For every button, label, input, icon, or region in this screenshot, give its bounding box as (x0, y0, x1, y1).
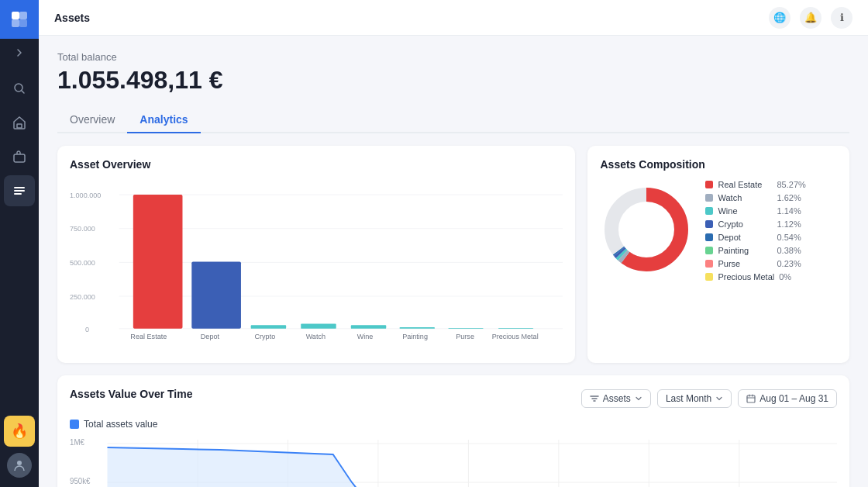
svg-rect-24 (301, 323, 336, 328)
info-icon[interactable]: ℹ (831, 7, 852, 29)
main-content: Assets 🌐 🔔 ℹ Total balance 1.055.498,11 … (39, 0, 868, 487)
legend-label-realestate: Real Estate (718, 180, 772, 189)
chevron-down-icon (635, 395, 642, 402)
chart-legend-label: Total assets value (84, 419, 157, 430)
svg-rect-44 (747, 395, 755, 402)
asset-overview-card: Asset Overview 1.000.000 750.000 500.000… (57, 146, 575, 363)
sidebar: 🔥 (0, 0, 39, 487)
legend-item-wine: Wine 1.14% (705, 206, 805, 216)
svg-point-43 (619, 202, 673, 257)
svg-rect-5 (17, 124, 22, 128)
legend-dot-wine (705, 207, 713, 215)
topbar: Assets 🌐 🔔 ℹ (39, 0, 868, 36)
user-avatar[interactable] (7, 453, 32, 478)
legend-dot-realestate (705, 181, 713, 188)
svg-text:Wine: Wine (357, 333, 374, 340)
tab-overview[interactable]: Overview (57, 107, 127, 133)
svg-rect-6 (14, 154, 25, 162)
legend-pct-purse: 0.23% (777, 259, 801, 268)
assets-filter-button[interactable]: Assets (581, 389, 651, 408)
svg-rect-27 (448, 328, 483, 329)
legend-label-depot: Depot (718, 233, 772, 242)
svg-text:Real Estate: Real Estate (130, 333, 167, 340)
svg-rect-23 (251, 325, 286, 329)
time-controls: Assets Last Month (581, 389, 837, 408)
composition-legend: Real Estate 85.27% Watch 1.62% Wine 1.14… (705, 180, 805, 281)
area-chart-svg: 1M€ 950k€ 885k€ (70, 436, 837, 487)
legend-item-painting: Painting 0.38% (705, 246, 805, 255)
balance-label: Total balance (57, 51, 849, 63)
svg-text:950k€: 950k€ (70, 477, 91, 485)
period-label: Last Month (666, 393, 711, 404)
svg-rect-9 (14, 193, 22, 195)
globe-icon[interactable]: 🌐 (769, 7, 790, 29)
legend-item-watch: Watch 1.62% (705, 193, 805, 202)
svg-rect-21 (133, 195, 183, 329)
legend-label-watch: Watch (718, 193, 772, 202)
bar-chart-svg: 1.000.000 750.000 500.000 250.000 0 (70, 180, 563, 351)
calendar-icon (746, 394, 756, 403)
svg-text:Watch: Watch (306, 333, 326, 340)
legend-pct-depot: 0.54% (777, 233, 801, 242)
svg-rect-22 (191, 261, 241, 328)
svg-text:Precious Metal: Precious Metal (492, 333, 539, 340)
svg-rect-2 (12, 19, 19, 27)
legend-item-realestate: Real Estate 85.27% (705, 180, 805, 189)
svg-text:0: 0 (85, 326, 89, 333)
sidebar-item-search[interactable] (4, 73, 35, 104)
legend-pct-wine: 1.14% (777, 206, 801, 216)
legend-dot-depot (705, 233, 713, 241)
legend-pct-crypto: 1.12% (777, 219, 801, 229)
period-filter-button[interactable]: Last Month (657, 389, 732, 408)
chart-legend: Total assets value (70, 419, 837, 430)
filter-icon (590, 394, 599, 403)
svg-rect-7 (14, 187, 25, 188)
svg-text:500.000: 500.000 (70, 259, 95, 267)
date-range-label: Aug 01 – Aug 31 (760, 393, 828, 404)
area-chart: 1M€ 950k€ 885k€ (70, 436, 837, 487)
legend-label-crypto: Crypto (718, 219, 772, 229)
legend-pct-precious-metal: 0% (779, 272, 791, 281)
date-range-button[interactable]: Aug 01 – Aug 31 (738, 389, 837, 408)
chart-legend-dot (70, 420, 79, 429)
svg-text:750.000: 750.000 (70, 225, 95, 233)
topbar-actions: 🌐 🔔 ℹ (769, 7, 852, 29)
sidebar-nav (4, 67, 35, 416)
sidebar-item-home[interactable] (4, 107, 35, 138)
composition-inner: Real Estate 85.27% Watch 1.62% Wine 1.14… (600, 180, 837, 281)
sidebar-item-assets[interactable] (4, 175, 35, 206)
svg-rect-3 (19, 19, 27, 27)
balance-value: 1.055.498,11 € (57, 66, 849, 95)
svg-text:Purse: Purse (456, 333, 474, 340)
svg-text:1.000.000: 1.000.000 (70, 192, 101, 199)
assets-value-header: Assets Value Over Time Assets Last Month (70, 388, 837, 409)
svg-text:1M€: 1M€ (70, 438, 84, 447)
page-title: Assets (54, 12, 90, 24)
legend-item-depot: Depot 0.54% (705, 233, 805, 242)
sidebar-item-work[interactable] (4, 141, 35, 172)
sidebar-bottom: 🔥 (4, 416, 35, 487)
content-area: Total balance 1.055.498,11 € Overview An… (39, 36, 868, 487)
tab-analytics[interactable]: Analytics (127, 107, 200, 133)
svg-text:Painting: Painting (402, 333, 428, 340)
legend-item-purse: Purse 0.23% (705, 259, 805, 268)
legend-item-precious-metal: Precious Metal 0% (705, 272, 805, 281)
legend-item-crypto: Crypto 1.12% (705, 219, 805, 229)
legend-label-purse: Purse (718, 259, 772, 268)
assets-value-title: Assets Value Over Time (70, 388, 193, 400)
svg-text:250.000: 250.000 (70, 293, 95, 301)
composition-title: Assets Composition (600, 158, 837, 171)
bell-icon[interactable]: 🔔 (800, 7, 822, 29)
legend-label-wine: Wine (718, 206, 772, 216)
legend-pct-realestate: 85.27% (777, 180, 805, 189)
fire-badge[interactable]: 🔥 (4, 416, 35, 447)
svg-rect-26 (400, 327, 435, 329)
svg-rect-25 (351, 325, 386, 329)
svg-rect-8 (14, 190, 25, 192)
charts-row: Asset Overview 1.000.000 750.000 500.000… (57, 146, 849, 363)
legend-dot-purse (705, 260, 713, 268)
svg-text:Depot: Depot (201, 333, 220, 340)
legend-dot-crypto (705, 220, 713, 228)
legend-dot-precious-metal (705, 273, 713, 281)
sidebar-toggle[interactable] (0, 39, 39, 67)
